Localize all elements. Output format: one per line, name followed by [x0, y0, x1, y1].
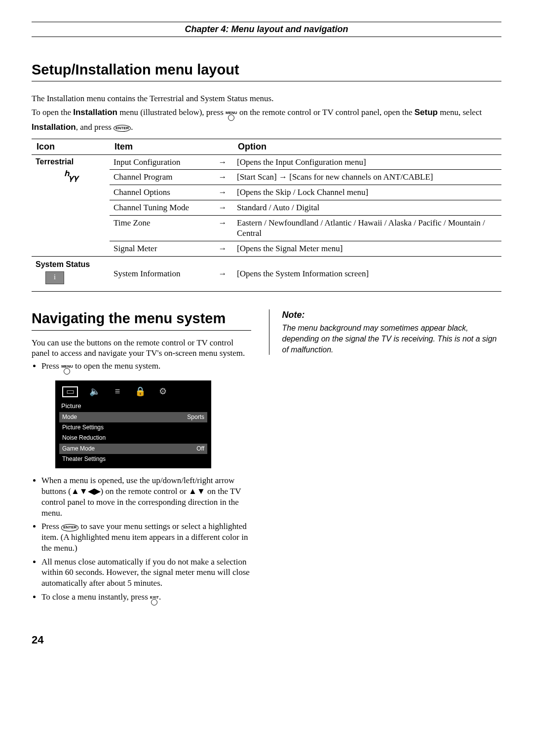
intro-line-2: To open the Installation menu (illustrat…	[32, 107, 501, 133]
terrestrial-label: Terrestrial	[36, 157, 106, 167]
col-option: Option	[233, 139, 501, 154]
arrow-icon: →	[212, 215, 233, 241]
installation-table: Icon Item Option Terrestrial ʰᵧᵧ Input C…	[32, 139, 501, 292]
osd-value: Sports	[187, 414, 204, 421]
terrestrial-icon: ʰᵧᵧ	[36, 168, 106, 184]
chapter-header: Chapter 4: Menu layout and navigation	[32, 22, 501, 37]
text-bold: Setup	[415, 108, 438, 117]
osd-label: Noise Reduction	[62, 434, 106, 442]
cell-option: [Start Scan] → [Scans for new channels o…	[233, 170, 501, 185]
page-number: 24	[32, 633, 501, 647]
osd-tab-setup-icon: ⚙	[157, 387, 169, 396]
list-item: Press MENU to open the menu system. ▭ 🔈 …	[41, 361, 251, 468]
table-row: System Status i System Information → [Op…	[32, 256, 501, 291]
cell-option: Eastern / Newfoundland / Atlantic / Hawa…	[233, 215, 501, 241]
system-status-label: System Status	[36, 260, 106, 269]
list-item: All menus close automatically if you do …	[41, 557, 251, 589]
osd-title: Picture	[59, 401, 207, 412]
text: menu (illustrated below), press	[117, 108, 226, 117]
cell-item: System Information	[110, 256, 212, 291]
cell-item: Signal Meter	[110, 241, 212, 257]
text: on the remote control or TV control pane…	[237, 108, 415, 117]
arrow-icon: →	[212, 170, 233, 185]
section-title-nav: Navigating the menu system	[32, 309, 251, 330]
text: menu, select	[438, 108, 482, 117]
osd-screenshot: ▭ 🔈 ≡ 🔒 ⚙ Picture ModeSports Picture Set…	[55, 380, 211, 468]
info-icon: i	[45, 271, 64, 284]
cell-option: [Opens the Skip / Lock Channel menu]	[233, 185, 501, 200]
menu-button-icon: MENU	[61, 365, 73, 375]
osd-row: ModeSports	[59, 412, 207, 422]
col-icon: Icon	[32, 139, 110, 154]
cell-option: [Opens the System Information screen]	[233, 256, 501, 291]
osd-row: Picture Settings	[59, 422, 207, 433]
enter-button-icon: ENTER	[61, 524, 78, 531]
section-title-setup: Setup/Installation menu layout	[32, 61, 501, 81]
list-item: To close a menu instantly, press EXIT.	[41, 592, 251, 606]
list-item: When a menu is opened, use the up/down/l…	[41, 475, 251, 518]
text: To open the	[32, 108, 73, 117]
osd-tab-lock-icon: 🔒	[134, 387, 146, 396]
note-body: The menu background may sometimes appear…	[282, 323, 502, 355]
osd-label: Picture Settings	[62, 424, 104, 431]
cell-option: [Opens the Input Configuration menu]	[233, 154, 501, 170]
col-arrow	[212, 139, 233, 154]
menu-button-icon: MENU	[226, 111, 237, 121]
osd-row: Theater Settings	[59, 454, 207, 464]
osd-tab-picture-icon: ▭	[62, 386, 78, 397]
osd-tab-settings-icon: ≡	[112, 387, 123, 396]
col-item: Item	[110, 139, 212, 154]
osd-label: Game Mode	[62, 445, 95, 453]
osd-tab-audio-icon: 🔈	[89, 387, 101, 396]
text-bold: Installation	[32, 122, 76, 132]
intro-block: The Installation menu contains the Terre…	[32, 93, 501, 133]
cell-item: Channel Program	[110, 170, 212, 185]
osd-label: Mode	[62, 414, 77, 421]
cell-option: [Opens the Signal Meter menu]	[233, 241, 501, 257]
text: , and press	[76, 122, 114, 132]
cell-option: Standard / Auto / Digital	[233, 200, 501, 215]
exit-button-icon: EXIT	[150, 596, 159, 605]
nav-list: Press MENU to open the menu system. ▭ 🔈 …	[32, 361, 251, 606]
enter-button-icon: ENTER	[114, 125, 131, 132]
intro-line-1: The Installation menu contains the Terre…	[32, 93, 501, 104]
arrow-icon: →	[212, 256, 233, 291]
text-bold: Installation	[73, 108, 117, 117]
arrow-icon: →	[212, 154, 233, 170]
arrow-icon: →	[212, 241, 233, 257]
list-item: Press ENTER to save your menu settings o…	[41, 521, 251, 553]
osd-row: Game ModeOff	[59, 444, 207, 454]
table-row: Terrestrial ʰᵧᵧ Input Configuration → [O…	[32, 154, 501, 170]
cell-item: Channel Options	[110, 185, 212, 200]
note-head: Note:	[282, 309, 502, 321]
osd-value: Off	[196, 445, 204, 453]
osd-row: Noise Reduction	[59, 433, 207, 443]
cell-item: Channel Tuning Mode	[110, 200, 212, 215]
arrow-icon: →	[212, 200, 233, 215]
nav-intro: You can use the buttons on the remote co…	[32, 338, 251, 359]
cell-item: Input Configuration	[110, 154, 212, 170]
arrow-icon: →	[212, 185, 233, 200]
osd-label: Theater Settings	[62, 455, 106, 463]
cell-item: Time Zone	[110, 215, 212, 241]
